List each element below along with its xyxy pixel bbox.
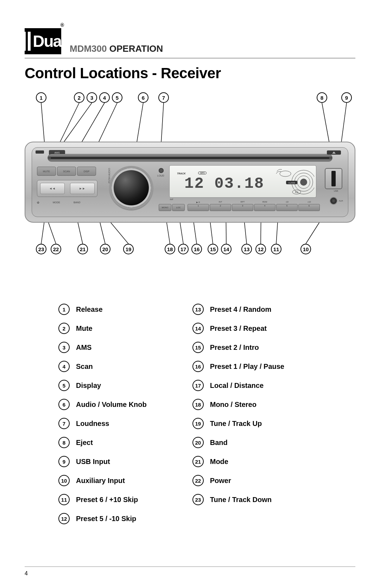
legend-num: 2 — [58, 323, 70, 334]
callout-12: 12 — [255, 244, 266, 254]
callout-21: 21 — [77, 244, 88, 254]
legend-num: 4 — [58, 361, 70, 372]
int-label: INT — [170, 198, 173, 200]
callout-2: 2 — [74, 92, 84, 103]
preset-6[interactable]: +106 — [298, 204, 320, 211]
callout-5: 5 — [112, 92, 122, 103]
legend: 1Release2Mute3AMS4Scan5Display6Audio / V… — [58, 304, 355, 524]
model-code: MDM300 — [70, 43, 107, 54]
svg-point-26 — [300, 179, 307, 186]
legend-item-5: 5Display — [58, 380, 147, 391]
legend-item-4: 4Scan — [58, 361, 147, 372]
legend-num: 21 — [192, 456, 204, 467]
legend-label: Preset 1 / Play / Pause — [210, 363, 284, 371]
legend-item-7: 7Loudness — [58, 418, 147, 429]
mono-button[interactable]: MONO — [159, 204, 171, 211]
tune-track-up[interactable]: ►► — [70, 183, 95, 194]
receiver-faceplate: AMS MUTE SCAN DISP ◄◄ ►► ⏻ MODE BAND PUS… — [32, 147, 348, 217]
callout-7: 7 — [158, 92, 169, 103]
legend-num: 23 — [192, 494, 204, 505]
legend-num: 16 — [192, 361, 204, 372]
legend-item-1: 1Release — [58, 304, 147, 315]
legend-num: 8 — [58, 437, 70, 448]
legend-num: 3 — [58, 342, 70, 353]
legend-label: Band — [210, 439, 228, 447]
legend-label: Preset 6 / +10 Skip — [76, 496, 138, 504]
legend-label: Scan — [76, 363, 93, 371]
volume-knob[interactable] — [109, 166, 153, 210]
page-number: 4 — [25, 570, 28, 577]
legend-item-9: 9USB Input — [58, 456, 147, 467]
display-button[interactable]: DISP — [77, 167, 96, 176]
callout-6: 6 — [138, 92, 148, 103]
callout-19: 19 — [123, 244, 134, 254]
callout-13: 13 — [241, 244, 252, 254]
legend-item-20: 20Band — [192, 437, 284, 448]
mp3-pill: MP3 — [198, 172, 207, 174]
eject-button[interactable] — [327, 150, 341, 155]
legend-item-23: 23Tune / Track Down — [192, 494, 284, 505]
preset-5[interactable]: -105 — [276, 204, 298, 211]
svg-text:EQ: EQ — [295, 191, 298, 193]
legend-num: 20 — [192, 437, 204, 448]
legend-label: Auxiliary Input — [76, 477, 125, 485]
legend-num: 7 — [58, 418, 70, 429]
callout-14: 14 — [221, 244, 232, 254]
legend-label: Preset 5 / -10 Skip — [76, 515, 136, 523]
legend-item-21: 21Mode — [192, 456, 284, 467]
svg-point-31 — [280, 171, 291, 177]
callout-1: 1 — [36, 92, 46, 103]
legend-label: Preset 4 / Random — [210, 305, 272, 314]
legend-label: Preset 3 / Repeat — [210, 324, 267, 333]
legend-num: 15 — [192, 342, 204, 353]
legend-label: Tune / Track Down — [210, 496, 272, 504]
scan-button[interactable]: SCAN — [57, 167, 76, 176]
legend-label: Release — [76, 305, 103, 314]
track-label: TRACK — [177, 172, 186, 175]
callout-20: 20 — [100, 244, 110, 254]
aux-label: AUX — [339, 200, 343, 202]
callout-11: 11 — [271, 244, 281, 254]
callout-3: 3 — [87, 92, 97, 103]
cd-slot[interactable] — [48, 154, 332, 162]
power-button[interactable]: ⏻ — [37, 201, 39, 204]
legend-label: Local / Distance — [210, 382, 264, 390]
header-title: MDM300 OPERATION — [70, 43, 163, 54]
legend-item-19: 19Tune / Track Up — [192, 418, 284, 429]
preset-1[interactable]: ▶/II1 — [188, 204, 209, 211]
band-button[interactable]: BAND — [74, 201, 80, 204]
legend-column-left: 1Release2Mute3AMS4Scan5Display6Audio / V… — [58, 304, 147, 524]
tune-track-down[interactable]: ◄◄ — [40, 183, 65, 194]
svg-text:CLASS: CLASS — [288, 182, 295, 184]
mute-button[interactable]: MUTE — [37, 167, 56, 176]
registered-mark: ® — [61, 23, 63, 27]
legend-num: 22 — [192, 475, 204, 486]
legend-item-11: 11Preset 6 / +10 Skip — [58, 494, 147, 505]
push-audio-label: PUSH AUDIO — [108, 168, 110, 183]
legend-item-13: 13Preset 4 / Random — [192, 304, 284, 315]
logo-bars-icon — [21, 32, 31, 51]
aux-port[interactable] — [330, 197, 337, 205]
usb-label: USB — [334, 190, 338, 192]
loud-label: LOUD — [157, 174, 164, 177]
legend-num: 14 — [192, 323, 204, 334]
legend-item-14: 14Preset 3 / Repeat — [192, 323, 284, 334]
legend-item-10: 10Auxiliary Input — [58, 475, 147, 486]
legend-item-3: 3AMS — [58, 342, 147, 353]
legend-num: 17 — [192, 380, 204, 391]
preset-3[interactable]: RPT3 — [232, 204, 253, 211]
logo-text: Dual — [33, 33, 65, 49]
preset-2[interactable]: INT2 — [210, 204, 231, 211]
usb-port[interactable] — [325, 168, 342, 189]
legend-label: USB Input — [76, 458, 110, 466]
legend-num: 18 — [192, 399, 204, 410]
receiver-diagram: AMS MUTE SCAN DISP ◄◄ ►► ⏻ MODE BAND PUS… — [25, 92, 355, 254]
callout-8: 8 — [317, 92, 327, 103]
loudness-button[interactable] — [159, 168, 164, 173]
loc-button[interactable]: LOC — [172, 204, 185, 211]
legend-item-16: 16Preset 1 / Play / Pause — [192, 361, 284, 372]
mode-button[interactable]: MODE — [53, 201, 60, 204]
legend-item-12: 12Preset 5 / -10 Skip — [58, 513, 147, 524]
preset-4[interactable]: RDM4 — [254, 204, 276, 211]
release-button[interactable] — [36, 150, 44, 154]
